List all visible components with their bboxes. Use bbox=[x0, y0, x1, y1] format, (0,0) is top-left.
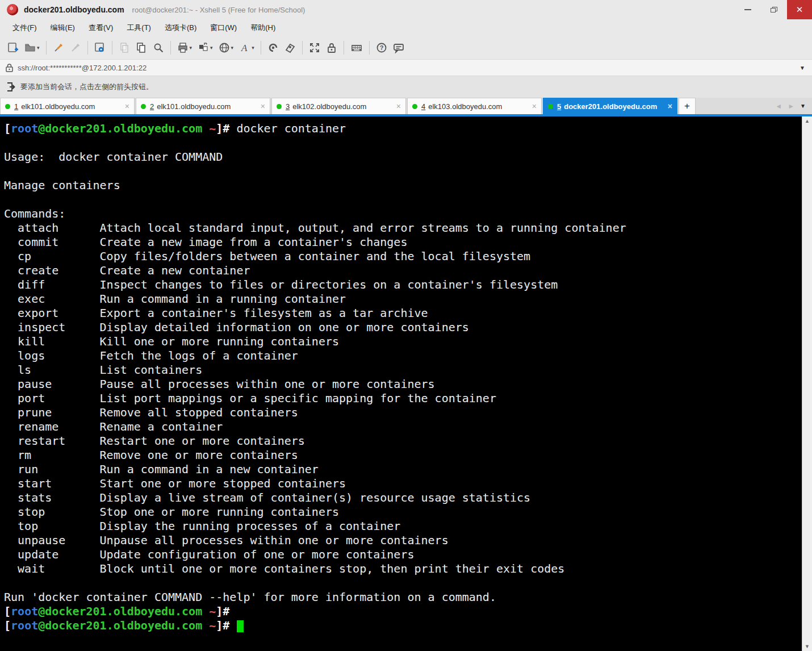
toolbar-separator bbox=[87, 41, 88, 55]
encoding-dropdown-arrow[interactable]: ▾ bbox=[231, 45, 234, 51]
session-properties-icon bbox=[94, 42, 106, 53]
tab-session-5[interactable]: 5docker201.oldboyedu.com× bbox=[543, 98, 677, 114]
new-tab-button[interactable]: + bbox=[679, 98, 696, 114]
tab-label: elk101.oldboyedu.com bbox=[21, 102, 122, 111]
tab-number: 3 bbox=[286, 102, 290, 111]
tab-label: docker201.oldboyedu.com bbox=[564, 102, 664, 111]
tab-close-icon[interactable]: × bbox=[261, 102, 265, 111]
font-button[interactable]: A ▾ bbox=[237, 40, 257, 56]
new-session-button[interactable] bbox=[5, 40, 21, 56]
open-session-dropdown-arrow[interactable]: ▾ bbox=[37, 45, 40, 51]
open-session-button[interactable]: ▾ bbox=[22, 40, 42, 56]
terminal-line: exec Run a command in a running containe… bbox=[4, 292, 800, 306]
terminal-line: ls List containers bbox=[4, 363, 800, 377]
terminal-line: prune Remove all stopped containers bbox=[4, 406, 800, 420]
session-properties-button[interactable] bbox=[92, 40, 108, 56]
terminal-line: attach Attach local standard input, outp… bbox=[4, 221, 800, 235]
virtual-keyboard-button[interactable] bbox=[348, 40, 365, 56]
font-dropdown-arrow[interactable]: ▾ bbox=[252, 45, 254, 51]
color-scheme-dropdown-arrow[interactable]: ▾ bbox=[210, 45, 213, 51]
tab-scroll-left-icon[interactable]: ◄ bbox=[775, 102, 782, 110]
toolbar-separator bbox=[46, 41, 47, 55]
terminal-line: start Start one or more stopped containe… bbox=[4, 477, 800, 491]
menu-item-file[interactable]: 文件(F) bbox=[6, 20, 44, 36]
terminal-line: logs Fetch the logs of a container bbox=[4, 349, 800, 363]
terminal-line: cp Copy files/folders between a containe… bbox=[4, 249, 800, 264]
terminal-line bbox=[4, 576, 800, 590]
terminal-line: stop Stop one or more running containers bbox=[4, 505, 800, 519]
tab-session-2[interactable]: 2elk101.oldboyedu.com× bbox=[136, 98, 270, 114]
menu-item-view[interactable]: 查看(V) bbox=[82, 20, 120, 36]
terminal-output[interactable]: [root@docker201.oldboyedu.com ~]# docker… bbox=[0, 116, 802, 651]
svg-text:A: A bbox=[241, 43, 248, 53]
toolbar-separator bbox=[369, 41, 370, 55]
add-session-arrow-icon bbox=[6, 82, 16, 92]
terminal-line: create Create a new container bbox=[4, 264, 800, 278]
tab-label: elk102.oldboyedu.com bbox=[292, 102, 393, 111]
tab-close-icon[interactable]: × bbox=[396, 102, 401, 111]
tab-number: 2 bbox=[150, 102, 154, 111]
toolbar-separator bbox=[344, 41, 344, 55]
terminal-line: export Export a container's filesystem a… bbox=[4, 306, 800, 320]
open-folder-icon bbox=[24, 42, 36, 53]
connected-status-dot bbox=[548, 104, 553, 109]
scroll-down-icon[interactable]: ▼ bbox=[805, 644, 810, 649]
fullscreen-icon bbox=[309, 42, 320, 53]
terminal-line: pause Pause all processes within one or … bbox=[4, 377, 800, 391]
address-dropdown-arrow[interactable]: ▼ bbox=[800, 65, 806, 71]
paste-button[interactable] bbox=[133, 40, 149, 56]
terminal-scrollbar[interactable]: ▲ ▼ bbox=[802, 116, 812, 651]
print-button[interactable]: ▾ bbox=[175, 40, 195, 56]
scroll-up-icon[interactable]: ▲ bbox=[805, 118, 810, 124]
menu-item-window[interactable]: 窗口(W) bbox=[203, 20, 244, 36]
tab-number: 5 bbox=[557, 102, 561, 111]
menu-item-edit[interactable]: 编辑(E) bbox=[44, 20, 82, 36]
reconnect-button[interactable] bbox=[51, 40, 66, 56]
connected-status-dot bbox=[277, 104, 282, 109]
tab-close-icon[interactable]: × bbox=[125, 102, 129, 111]
tab-list-dropdown-icon[interactable]: ▼ bbox=[800, 103, 806, 109]
toolbar-separator bbox=[302, 41, 303, 55]
lock-screen-button[interactable] bbox=[324, 40, 340, 56]
help-button[interactable]: ? bbox=[374, 40, 390, 56]
ssl-lock-icon bbox=[6, 64, 13, 72]
feedback-icon bbox=[393, 42, 404, 53]
find-button[interactable] bbox=[150, 40, 166, 56]
terminal-prompt-line: [root@docker201.oldboyedu.com ~]# docker… bbox=[4, 122, 800, 136]
terminal-line: Usage: docker container COMMAND bbox=[4, 150, 800, 164]
tab-session-1[interactable]: 1elk101.oldboyedu.com× bbox=[0, 98, 135, 114]
toolbar-separator bbox=[170, 41, 171, 55]
tab-scroll-right-icon[interactable]: ► bbox=[788, 102, 794, 110]
menu-item-tab[interactable]: 选项卡(B) bbox=[158, 20, 203, 36]
color-scheme-button[interactable]: ▾ bbox=[195, 40, 215, 56]
window-title-app: root@docker201:~ - Xshell 5 (Free for Ho… bbox=[132, 6, 305, 14]
terminal-prompt-line: [root@docker201.oldboyedu.com ~]# bbox=[4, 619, 800, 633]
compose-button[interactable] bbox=[265, 40, 281, 56]
address-bar: ssh://root:***********@172.200.1.201:22 … bbox=[0, 59, 812, 76]
menu-item-help[interactable]: 帮助(H) bbox=[244, 20, 282, 36]
tab-close-icon[interactable]: × bbox=[668, 102, 672, 111]
menu-bar: 文件(F)编辑(E)查看(V)工具(T)选项卡(B)窗口(W)帮助(H) bbox=[0, 19, 812, 36]
feedback-button[interactable] bbox=[391, 40, 407, 56]
menu-item-tools[interactable]: 工具(T) bbox=[120, 20, 158, 36]
connected-status-dot bbox=[141, 104, 146, 109]
copy-button bbox=[116, 40, 132, 56]
tab-close-icon[interactable]: × bbox=[532, 102, 537, 111]
connected-status-dot bbox=[412, 104, 417, 109]
close-button[interactable]: ✕ bbox=[787, 0, 812, 19]
virtual-keyboard-icon bbox=[350, 42, 363, 53]
paste-icon bbox=[136, 42, 147, 53]
tab-session-3[interactable]: 3elk102.oldboyedu.com× bbox=[271, 98, 406, 114]
print-dropdown-arrow[interactable]: ▾ bbox=[190, 45, 192, 51]
xftp-transfer-button[interactable] bbox=[282, 40, 298, 56]
minimize-button[interactable] bbox=[735, 0, 761, 19]
tab-nav: ◄ ► ▼ bbox=[772, 98, 812, 114]
terminal-line: inspect Display detailed information on … bbox=[4, 320, 800, 335]
encoding-button[interactable]: ▾ bbox=[216, 40, 236, 56]
reconnect-icon bbox=[53, 42, 64, 53]
fullscreen-button[interactable] bbox=[307, 40, 323, 56]
address-url[interactable]: ssh://root:***********@172.200.1.201:22 bbox=[18, 64, 800, 72]
tab-session-4[interactable]: 4elk103.oldboyedu.com× bbox=[407, 98, 542, 114]
restore-button[interactable] bbox=[761, 0, 787, 19]
xshell-logo-icon bbox=[7, 4, 18, 15]
